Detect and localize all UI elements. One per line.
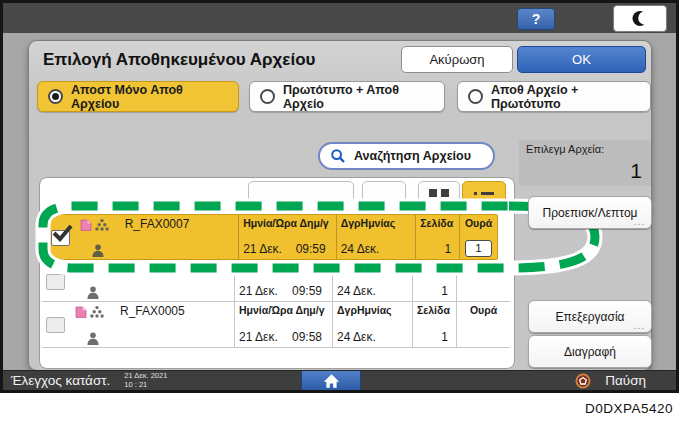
radio-label: Αποθ Αρχείο + Πρωτότυπο [491, 83, 640, 111]
created-date: 21 Δεκ. [243, 243, 282, 257]
user-icon [87, 332, 99, 345]
confidential-file-icon [79, 218, 93, 232]
column-expiry: ΔγρΗμνίας [337, 305, 408, 317]
search-label: Αναζήτηση Αρχείου [354, 149, 471, 163]
manual-figure: ? Επιλογή Αποθηκευμένου Αρχείου Ακύρωση … [0, 0, 679, 431]
search-icon [330, 148, 346, 164]
sort-button[interactable] [248, 181, 354, 205]
radio-original-plus-stored[interactable]: Πρωτότυπο + Αποθ Αρχείο [249, 81, 445, 112]
file-row-rfax0007[interactable]: R_FAX0007 Ημνία/Ώρα Δημ/γ 21 Δεκ. 09:59 … [46, 214, 498, 260]
file-checkbox-checked[interactable] [51, 230, 70, 246]
expiry-date: 24 Δεκ. [341, 243, 412, 257]
dialog-title: Επιλογή Αποθηκευμένου Αρχείου [43, 50, 315, 70]
device-screen: ? Επιλογή Αποθηκευμένου Αρχείου Ακύρωση … [0, 0, 679, 393]
file-name: R_FAX0005 [120, 305, 230, 319]
confidential-file-icon [74, 305, 88, 319]
expiry-date: 24 Δεκ. [337, 285, 408, 299]
grid-icon [429, 189, 437, 197]
ok-button[interactable]: OK [517, 46, 646, 73]
broadcast-group-icon [90, 305, 104, 319]
file-list: R_FAX0007 Ημνία/Ώρα Δημ/γ 21 Δεκ. 09:59 … [39, 177, 515, 369]
radio-unselected-icon [468, 89, 483, 104]
column-created: Ημνία/Ώρα Δημ/γ [243, 218, 332, 230]
file-checkbox-unchecked[interactable] [46, 317, 65, 333]
selected-files-label: Επιλεγμ Αρχεία: [526, 143, 644, 155]
home-icon [323, 373, 340, 389]
file-checkbox-unchecked[interactable] [46, 274, 65, 290]
preview-label: Προεπισκ/Λεπτομ [542, 206, 637, 220]
help-button[interactable]: ? [517, 8, 555, 30]
status-bar: Έλεγχος κατάστ. 21 Δεκ. 2021 10 : 21 Παύ… [3, 370, 676, 390]
edit-button[interactable]: Επεξεργασία ... [528, 300, 652, 333]
pause-button[interactable]: Παύση [605, 373, 646, 388]
radio-label: Πρωτότυπο + Αποθ Αρχείο [283, 83, 434, 111]
moon-icon [631, 9, 650, 28]
created-time: 09:58 [292, 331, 322, 345]
list-view-button[interactable] [462, 181, 506, 205]
column-page: Σελίδα [417, 305, 452, 317]
radio-stored-plus-original[interactable]: Αποθ Αρχείο + Πρωτότυπο [457, 81, 651, 112]
thumbnail-view-button[interactable] [418, 181, 460, 205]
checkmark-icon [52, 224, 74, 242]
energy-saver-button[interactable] [613, 5, 667, 32]
created-date: 21 Δεκ. [239, 285, 278, 299]
grid-icon [441, 189, 449, 197]
search-file-button[interactable]: Αναζήτηση Αρχείου [318, 142, 495, 170]
queue-value-field[interactable]: 1 [465, 240, 492, 257]
column-queue: Ουρά [465, 218, 492, 230]
file-type-icons [72, 262, 116, 301]
list-icon [474, 192, 477, 195]
file-row-rfax0005[interactable]: R_FAX0005 Ημνία/Ώρα Δημ/γ 21 Δεκ. 09:58 … [42, 302, 510, 348]
top-bar: ? [3, 3, 676, 33]
more-indicator: ... [634, 216, 645, 227]
expiry-date: 24 Δεκ. [337, 331, 408, 345]
user-icon [87, 286, 99, 299]
figure-code: D0DXPA5420 [585, 401, 673, 416]
file-type-icons [77, 215, 121, 259]
file-row-hidden-name[interactable]: 21 Δεκ. 09:59 24 Δεκ. 1 [42, 262, 510, 302]
list-icon [481, 192, 494, 195]
more-indicator: ... [634, 320, 645, 331]
stored-file-dialog: Επιλογή Αποθηκευμένου Αρχείου Ακύρωση OK… [28, 40, 652, 371]
filter-button[interactable] [362, 181, 406, 205]
created-date: 21 Δεκ. [239, 331, 278, 345]
column-page: Σελίδα [420, 218, 455, 230]
column-created: Ημνία/Ώρα Δημ/γ [239, 305, 328, 317]
broadcast-group-icon [95, 218, 109, 232]
page-count: 1 [420, 243, 455, 257]
file-name: R_FAX0007 [125, 218, 234, 232]
cancel-button[interactable]: Ακύρωση [401, 46, 513, 73]
radio-label: Αποστ Μόνο Αποθ Αρχείου [71, 83, 228, 111]
edit-label: Επεξεργασία [555, 310, 624, 324]
datetime: 21 Δεκ. 2021 10 : 21 [124, 372, 167, 389]
selected-files-counter: Επιλεγμ Αρχεία: 1 [519, 140, 651, 186]
file-type-icons [72, 302, 116, 347]
preview-details-button[interactable]: Προεπισκ/Λεπτομ ... [528, 196, 652, 229]
created-time: 09:59 [292, 285, 322, 299]
radio-unselected-icon [260, 89, 275, 104]
page-count: 1 [417, 331, 452, 345]
column-expiry: ΔγρΗμνίας [341, 218, 412, 230]
status-time: 10 : 21 [124, 380, 147, 389]
created-time: 09:59 [296, 243, 326, 257]
column-queue: Ουρά [470, 305, 497, 317]
home-button[interactable] [301, 371, 361, 390]
stop-icon[interactable] [575, 373, 591, 389]
radio-send-stored-only[interactable]: Αποστ Μόνο Αποθ Αρχείου [37, 81, 239, 112]
check-status-button[interactable]: Έλεγχος κατάστ. [3, 373, 110, 388]
user-icon [92, 244, 104, 257]
page-count: 1 [417, 285, 452, 299]
radio-selected-icon [48, 89, 63, 104]
delete-label: Διαγραφή [564, 345, 616, 359]
delete-button[interactable]: Διαγραφή [528, 335, 652, 368]
selected-files-count: 1 [630, 159, 642, 183]
